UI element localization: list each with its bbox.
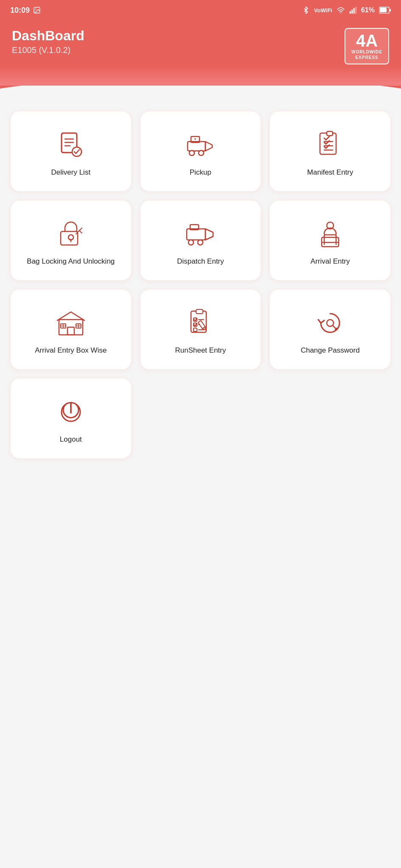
arrival-entry-box-card[interactable]: Arrival Entry Box Wise [10, 289, 132, 370]
bluetooth-icon [302, 6, 310, 14]
change-password-card[interactable]: Change Password [269, 289, 391, 370]
svg-point-35 [188, 240, 193, 245]
svg-rect-32 [187, 229, 205, 240]
battery-icon [379, 7, 391, 14]
arrival-entry-box-icon [54, 306, 88, 340]
logout-card[interactable]: Logout [10, 378, 132, 459]
logo-subtitle: WORLDWIDEEXPRESS [351, 49, 382, 60]
svg-rect-4 [351, 10, 353, 14]
svg-line-30 [79, 231, 82, 233]
arrival-entry-card[interactable]: Arrival Entry [269, 200, 391, 281]
main-grid: Delivery List Pickup [10, 111, 391, 370]
pickup-icon [183, 128, 217, 162]
svg-rect-57 [193, 328, 197, 331]
signal-icon [349, 6, 357, 14]
logo-4a: 4A [351, 32, 382, 49]
svg-rect-39 [324, 235, 336, 242]
dashboard-grid: Delivery List Pickup [0, 103, 401, 476]
status-time: 10:09 [10, 6, 41, 15]
bag-locking-card[interactable]: Bag Locking And Unlocking [10, 200, 132, 281]
svg-marker-33 [205, 229, 213, 240]
svg-point-1 [35, 8, 36, 9]
svg-rect-5 [353, 8, 355, 14]
delivery-list-label: Delivery List [51, 168, 91, 177]
svg-rect-8 [380, 8, 387, 12]
wave-divider [0, 86, 401, 103]
bottom-space [0, 476, 401, 603]
dispatch-entry-card[interactable]: Dispatch Entry [140, 200, 261, 281]
svg-rect-15 [188, 142, 205, 151]
svg-marker-16 [205, 142, 212, 151]
svg-rect-44 [67, 327, 74, 335]
svg-rect-26 [61, 231, 78, 245]
logout-row: Logout [10, 378, 391, 459]
bag-locking-label: Bag Locking And Unlocking [27, 257, 115, 266]
svg-rect-9 [390, 9, 391, 11]
svg-rect-52 [196, 309, 203, 314]
svg-point-17 [189, 150, 194, 156]
runsheet-entry-card[interactable]: RunSheet Entry [140, 289, 261, 370]
svg-point-2 [340, 13, 341, 14]
svg-rect-6 [355, 7, 356, 14]
image-icon [33, 6, 41, 14]
app-title: DashBoard [12, 28, 84, 44]
status-bar: 10:09 VoWiFi 61% [0, 0, 401, 20]
runsheet-entry-icon [183, 306, 217, 340]
pickup-card[interactable]: Pickup [140, 111, 261, 192]
wifi-icon [337, 6, 345, 14]
header-text: DashBoard E1005 (V.1.0.2) [12, 28, 84, 55]
delivery-list-icon [54, 128, 88, 162]
dispatch-entry-label: Dispatch Entry [177, 257, 224, 266]
change-password-icon [313, 306, 347, 340]
logout-label: Logout [60, 435, 82, 444]
app-subtitle: E1005 (V.1.0.2) [12, 45, 84, 55]
manifest-entry-label: Manifest Entry [307, 168, 353, 177]
svg-rect-3 [350, 11, 351, 14]
change-password-label: Change Password [301, 346, 360, 355]
app-header: DashBoard E1005 (V.1.0.2) 4A WORLDWIDEEX… [0, 20, 401, 86]
dispatch-entry-icon [183, 217, 217, 251]
svg-rect-22 [327, 131, 333, 136]
logout-icon [54, 395, 88, 429]
manifest-entry-icon [313, 128, 347, 162]
svg-rect-21 [320, 133, 336, 154]
svg-point-18 [199, 150, 204, 156]
manifest-entry-card[interactable]: Manifest Entry [269, 111, 391, 192]
arrival-entry-label: Arrival Entry [311, 257, 350, 266]
svg-line-31 [79, 228, 82, 231]
pickup-label: Pickup [190, 168, 211, 177]
delivery-list-card[interactable]: Delivery List [10, 111, 132, 192]
bag-locking-icon [54, 217, 88, 251]
runsheet-entry-label: RunSheet Entry [175, 346, 226, 355]
svg-point-36 [198, 240, 203, 245]
arrival-entry-icon [313, 217, 347, 251]
status-icons: VoWiFi 61% [302, 6, 391, 14]
arrival-entry-box-label: Arrival Entry Box Wise [35, 346, 107, 355]
logo-box: 4A WORLDWIDEEXPRESS [345, 28, 389, 64]
